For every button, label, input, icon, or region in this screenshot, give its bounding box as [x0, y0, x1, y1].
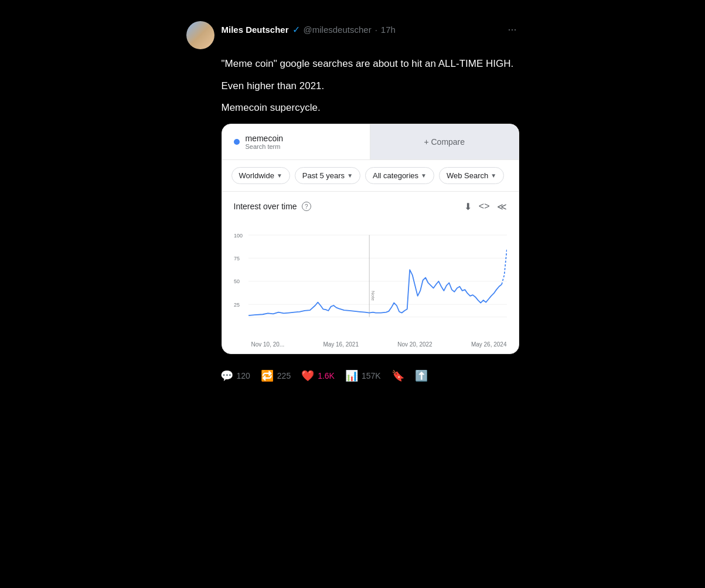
verified-icon: ✓	[292, 24, 300, 35]
gt-filter-period[interactable]: Past 5 years ▼	[295, 167, 360, 184]
gt-compare-button[interactable]: + Compare	[370, 124, 519, 159]
avatar[interactable]	[186, 21, 214, 49]
gt-chart-title-text: Interest over time	[234, 202, 297, 211]
tweet-header: Miles Deutscher ✓ @milesdeutscher · 17h …	[186, 21, 519, 49]
share-icon: ⬆️	[415, 369, 428, 382]
gt-search-term-section: memecoin Search term	[222, 124, 371, 159]
gt-type-arrow: ▼	[491, 172, 496, 179]
tweet-actions: 💬 120 🔁 225 ❤️ 1.6K 📊 157K 🔖 ⬆️	[186, 362, 432, 387]
gt-search-label: memecoin Search term	[246, 134, 284, 150]
tweet-container: Miles Deutscher ✓ @milesdeutscher · 17h …	[177, 12, 529, 396]
x-label-3: May 26, 2024	[471, 341, 507, 348]
gt-compare-label: + Compare	[424, 137, 465, 147]
y-label-25: 25	[234, 301, 240, 307]
y-label-100: 100	[234, 232, 243, 238]
gt-top-section: memecoin Search term + Compare	[222, 124, 519, 160]
like-button[interactable]: ❤️ 1.6K	[297, 365, 339, 387]
views-icon: 📊	[345, 369, 358, 382]
x-label-2: Nov 20, 2022	[397, 341, 432, 348]
gt-chart-wrapper: 100 75 50 25 Note	[234, 222, 507, 339]
views-button[interactable]: 📊 157K	[340, 365, 386, 387]
share-button[interactable]: ⬆️	[410, 365, 432, 387]
like-count: 1.6K	[318, 371, 335, 380]
tweet-body: "Meme coin" google searches are about to…	[186, 56, 519, 115]
reply-button[interactable]: 💬 120	[216, 365, 255, 387]
gt-type-label: Web Search	[447, 171, 488, 180]
retweet-count: 225	[277, 371, 291, 380]
gt-category-label: All categories	[373, 171, 418, 180]
gt-search-term-text: memecoin	[246, 134, 284, 143]
display-name[interactable]: Miles Deutscher	[222, 25, 289, 35]
gt-search-dot	[234, 139, 240, 145]
dot-separator: ·	[375, 25, 377, 35]
google-trends-card: memecoin Search term + Compare Worldwide…	[222, 124, 519, 354]
bookmark-icon: 🔖	[391, 369, 404, 382]
retweet-button[interactable]: 🔁 225	[256, 365, 295, 387]
gt-chart-svg: 100 75 50 25 Note	[234, 222, 507, 339]
note-label: Note	[370, 290, 375, 301]
x-label-1: May 16, 2021	[323, 341, 359, 348]
reply-icon: 💬	[220, 369, 233, 382]
y-label-50: 50	[234, 278, 240, 284]
gt-chart-section: Interest over time ? ⬇ <> ≪ 100 75 50 25	[222, 192, 519, 354]
more-button[interactable]: ···	[505, 21, 519, 38]
gt-category-arrow: ▼	[421, 172, 427, 179]
gt-filter-category[interactable]: All categories ▼	[365, 167, 434, 184]
like-icon: ❤️	[301, 369, 314, 382]
gt-filter-location[interactable]: Worldwide ▼	[231, 167, 290, 184]
gt-search-type: Search term	[246, 143, 284, 150]
gt-filters: Worldwide ▼ Past 5 years ▼ All categorie…	[222, 160, 519, 192]
tweet-line-2: Even higher than 2021.	[222, 79, 519, 94]
gt-chart-header: Interest over time ? ⬇ <> ≪	[234, 201, 507, 212]
reply-count: 120	[237, 371, 250, 380]
gt-chart-title: Interest over time ?	[234, 202, 311, 211]
retweet-icon: 🔁	[261, 369, 274, 382]
gt-location-label: Worldwide	[239, 171, 274, 180]
x-label-0: Nov 10, 20...	[251, 341, 285, 348]
tweet-meta: Miles Deutscher ✓ @milesdeutscher · 17h …	[222, 21, 519, 38]
gt-download-icon[interactable]: ⬇	[464, 201, 472, 212]
views-count: 157K	[362, 371, 381, 380]
tweet-line-3: Memecoin supercycle.	[222, 100, 519, 115]
gt-chart-actions: ⬇ <> ≪	[464, 201, 507, 212]
tweet-line-1: "Meme coin" google searches are about to…	[222, 56, 519, 72]
gt-embed-icon[interactable]: <>	[479, 201, 490, 212]
gt-period-label: Past 5 years	[302, 171, 345, 180]
username[interactable]: @milesdeutscher	[304, 25, 372, 35]
user-line: Miles Deutscher ✓ @milesdeutscher · 17h …	[222, 21, 519, 38]
gt-help-icon[interactable]: ?	[302, 202, 311, 211]
gt-chart-dotted-line	[502, 249, 507, 284]
y-label-75: 75	[234, 255, 240, 261]
gt-x-labels: Nov 10, 20... May 16, 2021 Nov 20, 2022 …	[234, 339, 507, 348]
gt-period-arrow: ▼	[347, 172, 353, 179]
bookmark-button[interactable]: 🔖	[387, 365, 409, 387]
timestamp: 17h	[381, 25, 396, 35]
gt-location-arrow: ▼	[277, 172, 282, 179]
gt-filter-type[interactable]: Web Search ▼	[439, 167, 504, 184]
gt-share-icon[interactable]: ≪	[497, 201, 507, 212]
